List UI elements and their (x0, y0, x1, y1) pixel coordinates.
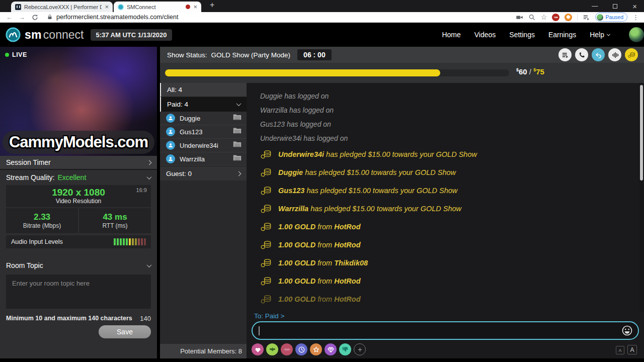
sync-status-label: Paused (605, 14, 623, 20)
member-name: Duggie (180, 115, 233, 122)
tab-recording-icon (186, 5, 190, 9)
nav-home[interactable]: Home (442, 31, 460, 39)
member-folder-icon[interactable] (233, 141, 242, 150)
browser-menu-icon[interactable]: ⋮ (632, 14, 639, 21)
undo-button[interactable] (592, 48, 605, 61)
room-topic-header[interactable]: Room Topic (0, 258, 157, 273)
emoji-star-button[interactable] (310, 343, 322, 355)
member-row[interactable]: Duggie (160, 112, 247, 125)
smconnect-logo[interactable]: smconnect (5, 27, 84, 43)
refresh-icon[interactable] (31, 14, 39, 21)
member-row[interactable]: Gus123 (160, 125, 247, 139)
chat-scrollbar-thumb[interactable] (640, 85, 643, 180)
members-paid-row[interactable]: Paid: 4 (160, 97, 247, 112)
profile-avatar[interactable] (629, 27, 644, 42)
gold-coins-icon (628, 51, 635, 59)
audio-level-bar (126, 238, 128, 245)
back-icon[interactable]: ← (6, 14, 13, 21)
character-counter: 140 (140, 315, 151, 322)
nav-settings[interactable]: Settings (509, 31, 535, 39)
member-row[interactable]: Warrzilla (160, 152, 247, 166)
member-panel: All: 4 Paid: 4 DuggieGus123Underwire34iW… (160, 83, 247, 358)
font-size-small-button[interactable]: A (616, 346, 624, 354)
member-name: Underwire34i (180, 142, 233, 149)
nav-help[interactable]: Help (590, 31, 610, 39)
chat-message: 1.00 GOLD from HotRod (260, 236, 639, 254)
phone-icon (578, 51, 586, 59)
gold-progress-track (165, 69, 509, 76)
phone-button[interactable] (575, 48, 588, 61)
maximize-button[interactable] (613, 4, 617, 9)
bitrate-label: Bitrate (Mbps) (23, 222, 61, 229)
nav-videos[interactable]: Videos (474, 31, 496, 39)
zoom-icon[interactable] (528, 14, 536, 21)
emoji-clock-button[interactable] (295, 343, 307, 355)
show-timer: 06 : 00 (297, 49, 332, 60)
live-badge: LIVE (5, 51, 27, 58)
emoji-heart-button[interactable] (252, 343, 264, 355)
lock-icon[interactable] (47, 14, 53, 20)
audio-settings-button[interactable] (608, 48, 621, 61)
member-folder-icon[interactable] (233, 127, 242, 136)
audio-level-meter (114, 238, 146, 245)
session-timer-header[interactable]: Session Timer (0, 156, 157, 170)
chevron-down-icon (236, 101, 242, 106)
close-button[interactable]: × (632, 2, 637, 11)
chat-recipient-selector[interactable]: To: Paid > (254, 312, 284, 320)
browser-tab-smconnect[interactable]: SMConnect × (114, 2, 201, 12)
room-topic-label: Room Topic (6, 261, 43, 269)
resolution-stat: 16:9 1920 x 1080 Video Resolution (6, 185, 151, 207)
emoji-gem-button[interactable] (325, 343, 337, 355)
forward-icon[interactable]: → (19, 14, 25, 21)
room-topic-hint: Minimum 10 and maximum 140 characters (6, 315, 132, 322)
camera-icon[interactable] (516, 14, 523, 21)
members-paid-label: Paid: 4 (167, 101, 188, 108)
stream-quality-header[interactable]: Stream Quality: Excellent (0, 170, 157, 185)
profile-sync-pill[interactable]: Paused (595, 13, 627, 22)
show-status-label: Show Status: (167, 51, 207, 59)
emoji-picker-icon[interactable] (621, 325, 633, 336)
browser-toolbar: ← → performerclient.streamatemodels.com/… (0, 12, 644, 23)
audio-level-bar (120, 238, 122, 245)
bookmark-star-icon[interactable]: ☆ (541, 13, 547, 21)
chat-queue-button[interactable] (558, 48, 572, 61)
gold-show-button[interactable] (625, 48, 638, 61)
emoji-thumbs-down-button[interactable] (339, 343, 351, 355)
gold-goal-amounts: $60 / $75 (516, 67, 544, 76)
tab-close-icon[interactable]: × (193, 4, 197, 10)
audio-level-bar (141, 238, 143, 245)
emoji-bat-button[interactable] (266, 343, 278, 355)
address-bar[interactable]: performerclient.streamatemodels.com/clie… (56, 14, 178, 21)
rtt-value: 43 ms (103, 212, 127, 222)
divider (577, 14, 578, 21)
audio-levels-icon (611, 51, 619, 59)
tab-close-icon[interactable]: × (105, 4, 109, 10)
members-all-row[interactable]: All: 4 (160, 83, 247, 97)
member-row[interactable]: Underwire34i (160, 139, 247, 152)
tab-favicon (15, 4, 21, 10)
reading-list-icon[interactable] (583, 14, 590, 21)
browser-tabstrip: RebeccaLoveXXX | Performer Da × SMConnec… (0, 0, 644, 12)
audio-level-bar (123, 238, 125, 245)
minimize-button[interactable]: — (592, 3, 598, 10)
font-size-large-button[interactable]: A (627, 345, 637, 354)
browser-tab-performer[interactable]: RebeccaLoveXXX | Performer Da × (11, 2, 113, 12)
rtt-label: RTT (ms) (102, 222, 127, 229)
new-tab-button[interactable]: + (210, 1, 214, 10)
live-label: LIVE (12, 51, 27, 58)
resolution-value: 1920 x 1080 (52, 188, 105, 198)
show-area: Show Status: GOLD Show (Party Mode) 06 :… (160, 47, 644, 358)
chat-message: Warrzilla has logged on (260, 103, 639, 117)
extension-icon[interactable] (565, 14, 572, 21)
member-folder-icon[interactable] (233, 154, 242, 163)
member-folder-icon[interactable] (233, 114, 242, 123)
emoji-lips-button[interactable] (281, 343, 293, 355)
save-button[interactable]: Save (99, 325, 151, 338)
emoji-add-button[interactable] (354, 343, 366, 355)
text-caret (259, 326, 260, 335)
members-guest-row[interactable]: Guest: 0 (160, 166, 247, 180)
extension-yab-icon[interactable]: YAB (552, 14, 559, 21)
nav-earnings[interactable]: Earnings (548, 31, 576, 39)
room-topic-input[interactable] (6, 275, 151, 309)
chat-input[interactable] (252, 321, 639, 340)
